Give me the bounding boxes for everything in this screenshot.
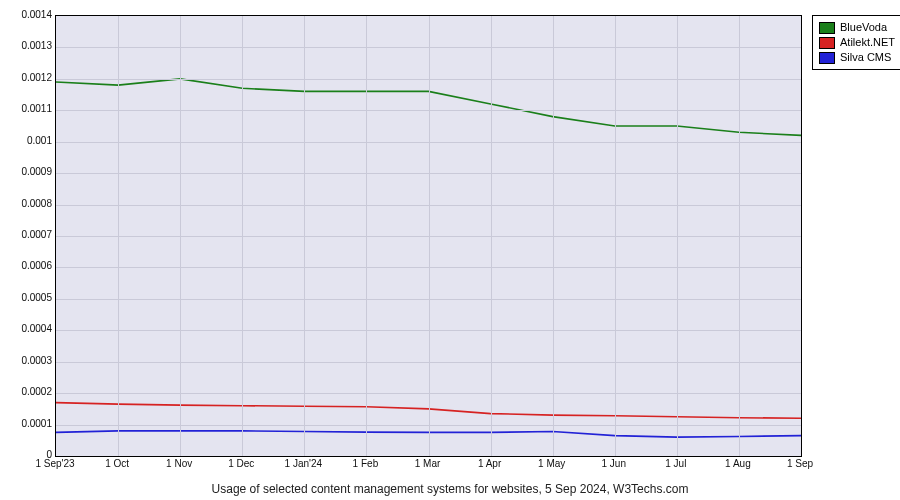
legend-label: Silva CMS <box>840 50 891 65</box>
y-tick-label: 0.0014 <box>2 9 52 20</box>
y-tick-label: 0.0002 <box>2 386 52 397</box>
x-tick-label: 1 Sep <box>787 458 813 469</box>
gridline-v <box>615 16 616 456</box>
chart-caption: Usage of selected content management sys… <box>0 482 900 496</box>
gridline-v <box>304 16 305 456</box>
legend-swatch <box>819 52 835 64</box>
gridline-v <box>739 16 740 456</box>
x-tick-label: 1 Sep'23 <box>35 458 74 469</box>
x-tick-label: 1 Mar <box>415 458 441 469</box>
y-tick-label: 0.0013 <box>2 40 52 51</box>
legend-swatch <box>819 22 835 34</box>
legend-label: BlueVoda <box>840 20 887 35</box>
y-tick-label: 0.001 <box>2 135 52 146</box>
y-tick-label: 0.0007 <box>2 229 52 240</box>
gridline-v <box>366 16 367 456</box>
y-tick-label: 0.0012 <box>2 72 52 83</box>
gridline-v <box>429 16 430 456</box>
x-tick-label: 1 Jun <box>602 458 626 469</box>
x-tick-label: 1 Jan'24 <box>285 458 323 469</box>
y-tick-label: 0.0003 <box>2 355 52 366</box>
gridline-v <box>180 16 181 456</box>
y-tick-label: 0.0006 <box>2 260 52 271</box>
legend-item: BlueVoda <box>819 20 895 35</box>
x-tick-label: 1 Oct <box>105 458 129 469</box>
x-tick-label: 1 Jul <box>665 458 686 469</box>
y-tick-label: 0.0004 <box>2 323 52 334</box>
x-tick-label: 1 May <box>538 458 565 469</box>
gridline-v <box>553 16 554 456</box>
plot-area <box>55 15 802 457</box>
x-tick-label: 1 Dec <box>228 458 254 469</box>
gridline-v <box>242 16 243 456</box>
y-tick-label: 0.0011 <box>2 103 52 114</box>
gridline-v <box>118 16 119 456</box>
x-tick-label: 1 Nov <box>166 458 192 469</box>
y-tick-label: 0.0001 <box>2 418 52 429</box>
y-tick-label: 0.0005 <box>2 292 52 303</box>
x-tick-label: 1 Aug <box>725 458 751 469</box>
y-tick-label: 0.0008 <box>2 198 52 209</box>
y-tick-label: 0.0009 <box>2 166 52 177</box>
legend-swatch <box>819 37 835 49</box>
gridline-v <box>677 16 678 456</box>
x-tick-label: 1 Feb <box>353 458 379 469</box>
x-tick-label: 1 Apr <box>478 458 501 469</box>
gridline-v <box>491 16 492 456</box>
legend-item: Atilekt.NET <box>819 35 895 50</box>
legend-item: Silva CMS <box>819 50 895 65</box>
legend: BlueVoda Atilekt.NET Silva CMS <box>812 15 900 70</box>
legend-label: Atilekt.NET <box>840 35 895 50</box>
